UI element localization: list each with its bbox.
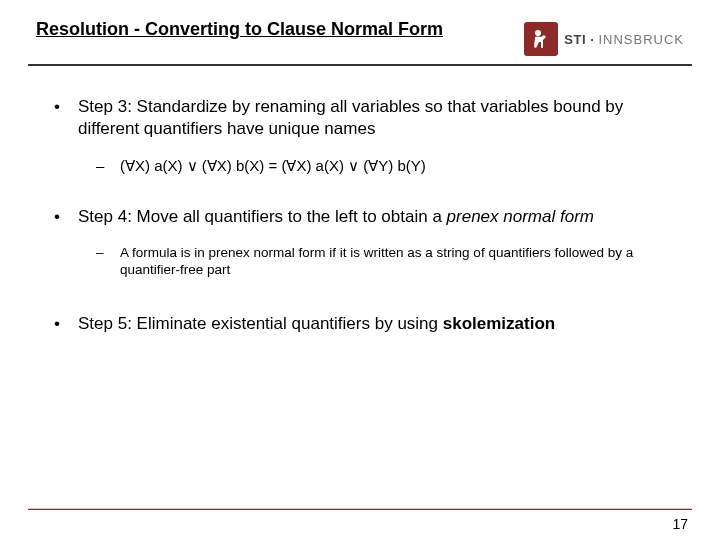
logo-innsbruck: INNSBRUCK <box>598 32 684 47</box>
step-5-lead: Step 5: Eliminate existential quantifier… <box>78 314 443 333</box>
step-4-text: Step 4: Move all quantifiers to the left… <box>78 206 670 228</box>
step-4-lead: Step 4: Move all quantifiers to the left… <box>78 207 447 226</box>
footer-rule <box>28 508 692 510</box>
formula-text: (∀X) a(X) ∨ (∀X) b(X) = (∀X) a(X) ∨ (∀Y)… <box>120 156 670 176</box>
step-4-term: prenex normal form <box>447 207 594 226</box>
slide-title: Resolution - Converting to Clause Normal… <box>36 18 443 41</box>
bullet-dot: • <box>50 96 78 140</box>
sti-logo: STI · INNSBRUCK <box>524 22 684 56</box>
slide-header: Resolution - Converting to Clause Normal… <box>0 0 720 64</box>
step-4-sub-text: A formula is in prenex normal form if it… <box>120 244 670 279</box>
bullet-dot: • <box>50 206 78 228</box>
slide-content: • Step 3: Standardize by renaming all va… <box>0 66 720 335</box>
step-5: • Step 5: Eliminate existential quantifi… <box>50 313 670 335</box>
bullet-dot: • <box>50 313 78 335</box>
step-3: • Step 3: Standardize by renaming all va… <box>50 96 670 140</box>
step-4: • Step 4: Move all quantifiers to the le… <box>50 206 670 228</box>
step-3-formula: – (∀X) a(X) ∨ (∀X) b(X) = (∀X) a(X) ∨ (∀… <box>96 156 670 176</box>
logo-text: STI · INNSBRUCK <box>564 32 684 47</box>
logo-icon <box>524 22 558 56</box>
sub-dash: – <box>96 244 120 279</box>
logo-sti: STI <box>564 32 586 47</box>
svg-point-0 <box>535 30 541 36</box>
sub-dash: – <box>96 156 120 176</box>
step-5-term: skolemization <box>443 314 555 333</box>
page-number: 17 <box>672 516 688 532</box>
step-3-text: Step 3: Standardize by renaming all vari… <box>78 96 670 140</box>
logo-dot: · <box>586 32 598 47</box>
step-5-text: Step 5: Eliminate existential quantifier… <box>78 313 670 335</box>
step-4-sub: – A formula is in prenex normal form if … <box>96 244 670 279</box>
